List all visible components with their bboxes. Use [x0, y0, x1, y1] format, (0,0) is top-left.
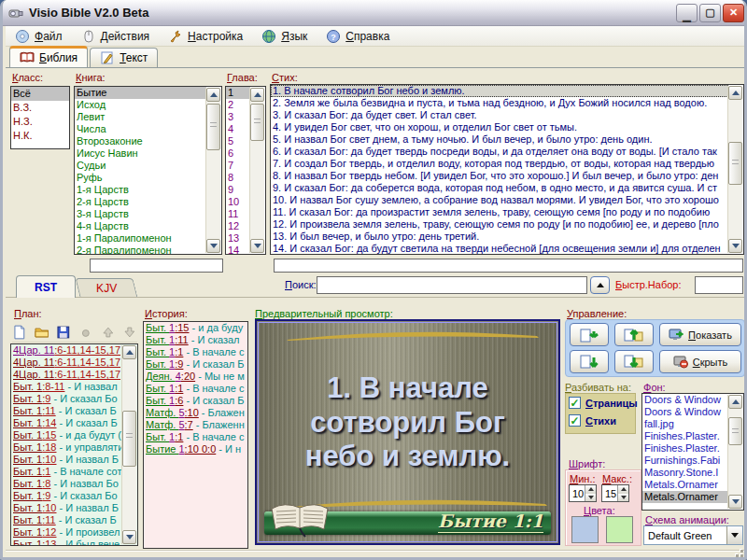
show-button[interactable]: Показать	[659, 323, 741, 346]
plan-item[interactable]: Быт. 1:12 - И произвел	[11, 526, 122, 539]
list-item[interactable]: 6	[226, 147, 250, 160]
quickset-input[interactable]	[695, 276, 743, 294]
search-up-button[interactable]	[590, 276, 610, 294]
list-item[interactable]: Левит	[75, 111, 206, 123]
list-item[interactable]: Судьи	[75, 160, 206, 172]
chapter-list[interactable]: 1234567891011121314	[225, 86, 266, 255]
plan-item[interactable]: Быт. 1:11 - И сказал Б	[11, 514, 122, 526]
list-item[interactable]: Doors & Window	[642, 394, 728, 406]
list-item[interactable]: Второзаконие	[75, 135, 206, 147]
plan-item[interactable]: Быт. 1:8-11 - И назвал	[11, 381, 122, 393]
menu-actions[interactable]: Действия	[76, 27, 160, 46]
list-item[interactable]: Finishes.Plaster.	[642, 430, 728, 442]
menu-settings[interactable]: Настройка	[162, 27, 252, 46]
menu-help[interactable]: ? Справка	[320, 27, 399, 46]
history-item[interactable]: Деян. 4:20 - Мы не м	[144, 371, 247, 383]
prev-verse-button[interactable]	[614, 323, 654, 346]
verse-row[interactable]: 1. В начале сотворил Бог небо и землю.	[271, 85, 728, 97]
minimize-button[interactable]: ▁	[676, 4, 698, 22]
list-item[interactable]: 2	[226, 99, 250, 111]
list-item[interactable]: 3	[226, 111, 250, 123]
plan-item[interactable]: Быт. 1:9 - И сказал Бо	[11, 393, 122, 405]
scroll-up-icon[interactable]	[206, 88, 220, 102]
menu-language[interactable]: Язык	[256, 27, 317, 46]
list-item[interactable]: 1-я Паралипоменон	[75, 232, 206, 245]
plan-item[interactable]: Быт. 1:10 - И назвал Б	[11, 502, 122, 514]
verse-list[interactable]: 1. В начале сотворил Бог небо и землю.2.…	[270, 84, 744, 255]
new-document-icon[interactable]	[12, 325, 27, 340]
spin-up-icon[interactable]	[585, 485, 596, 494]
plan-item[interactable]: Быт. 1:11 - И сказал Б	[11, 405, 122, 417]
list-item[interactable]: 11	[226, 208, 250, 220]
list-item[interactable]: Finishes.Plaster.	[642, 442, 728, 455]
color-swatch-1[interactable]	[571, 516, 599, 543]
list-item[interactable]: Бытие	[75, 87, 206, 99]
list-item[interactable]: 1	[226, 87, 250, 99]
checkbox-checked-icon[interactable]: ✓	[569, 397, 581, 409]
list-item[interactable]: 12	[226, 220, 250, 232]
list-item[interactable]: 13	[226, 232, 250, 245]
history-item[interactable]: Быт. 1:1 - В начале с	[144, 383, 247, 395]
next-page-button[interactable]	[570, 350, 609, 373]
list-item[interactable]: 5	[226, 135, 250, 147]
list-item[interactable]: 9	[226, 184, 250, 196]
history-item[interactable]: Матф. 5:7 - Блаженн	[144, 419, 247, 431]
list-item[interactable]: fall.jpg	[642, 418, 728, 430]
plan-list[interactable]: 4Цар. 11:6-11,14-15,174Цар. 11:6-11,14-1…	[10, 343, 138, 546]
list-item[interactable]: Всё	[11, 87, 69, 101]
plan-item[interactable]: 4Цар. 11:6-11,14-15,17	[11, 357, 122, 369]
chapter-scrollbar[interactable]	[249, 88, 264, 253]
verse-row[interactable]: 7. И создал Бог твердь, и отделил воду, …	[271, 158, 728, 170]
prev-page-button[interactable]	[570, 323, 609, 346]
save-icon[interactable]	[56, 325, 71, 340]
verse-row[interactable]: 10. И назвал Бог сушу землею, а собрание…	[271, 194, 728, 206]
close-button[interactable]: ✕	[723, 4, 744, 22]
scroll-down-icon[interactable]	[250, 239, 264, 253]
maximize-button[interactable]: ▢	[699, 4, 721, 22]
list-item[interactable]: Н.З.	[11, 115, 69, 129]
list-item[interactable]: 2-я Царств	[75, 196, 206, 208]
verse-row[interactable]: 6. И сказал Бог: да будет твердь посреди…	[271, 146, 728, 158]
history-item[interactable]: Быт. 1:9 - И сказал Б	[144, 358, 247, 371]
pages-checkbox-row[interactable]: ✓ Страницы	[569, 397, 638, 409]
book-edit[interactable]	[90, 259, 223, 273]
history-item[interactable]: Быт. 1:15 - и да буду	[144, 322, 247, 334]
verses-checkbox-row[interactable]: ✓ Стихи	[569, 414, 616, 427]
tab-bible[interactable]: Библия	[9, 46, 88, 67]
scroll-up-icon[interactable]	[250, 88, 264, 102]
font-max-spinner[interactable]: 15	[601, 484, 629, 502]
list-item[interactable]: 1-я Царств	[75, 184, 206, 196]
plan-item[interactable]: 4Цар. 11:6-11,14-15,17	[11, 344, 122, 357]
tab-kjv[interactable]: KJV	[75, 278, 137, 298]
history-item[interactable]: Быт. 1:11 - И сказал	[144, 334, 247, 346]
class-list[interactable]: ВсёВ.З.Н.З.Н.К.	[10, 86, 70, 149]
book-list[interactable]: БытиеИсходЛевитЧислаВторозакониеИисус На…	[74, 86, 222, 255]
list-item[interactable]: Иисус Навин	[75, 147, 206, 160]
verse-row[interactable]: 5. И назвал Бог свет днем, а тьму ночью.…	[271, 133, 728, 146]
history-list[interactable]: Быт. 1:15 - и да будуБыт. 1:11 - И сказа…	[143, 321, 248, 549]
history-item[interactable]: Быт. 1:1 - В начале с	[144, 346, 247, 358]
animation-combo[interactable]: Default Green	[643, 525, 743, 545]
plan-item[interactable]: Быт. 1:13 - И был вече	[11, 539, 122, 546]
verse-edit[interactable]	[274, 259, 743, 273]
list-item[interactable]: Metals.Ornamer	[642, 479, 728, 491]
list-item[interactable]: 3-я Царств	[75, 208, 206, 220]
tab-text[interactable]: Текст	[90, 48, 158, 67]
plan-item[interactable]: Быт. 1:9 - И сказал Бо	[11, 490, 122, 502]
plan-item[interactable]: Быт. 1:15 - и да будут (	[11, 429, 122, 441]
scroll-down-icon[interactable]	[206, 239, 220, 253]
plan-item[interactable]: 4Цар. 11:6-11,14-15,17	[11, 369, 122, 381]
verse-row[interactable]: 8. И назвал Бог твердь небом. [И увидел …	[271, 170, 728, 182]
list-item[interactable]: Исход	[75, 99, 206, 111]
verse-row[interactable]: 14. И сказал Бог: да будут светила на тв…	[271, 243, 728, 255]
spin-down-icon[interactable]	[585, 494, 596, 502]
list-item[interactable]: Doors & Window	[642, 406, 728, 418]
scroll-down-icon[interactable]	[728, 239, 742, 253]
scroll-down-icon[interactable]	[728, 495, 742, 509]
list-item[interactable]: Metals.Ornamer	[642, 491, 728, 503]
list-item[interactable]: Числа	[75, 123, 206, 135]
plan-item[interactable]: Быт. 1:14 - И сказал Б	[11, 417, 122, 429]
font-min-spinner[interactable]: 10	[569, 484, 597, 502]
spin-down-icon[interactable]	[618, 494, 628, 502]
list-item[interactable]: В.З.	[11, 101, 69, 115]
